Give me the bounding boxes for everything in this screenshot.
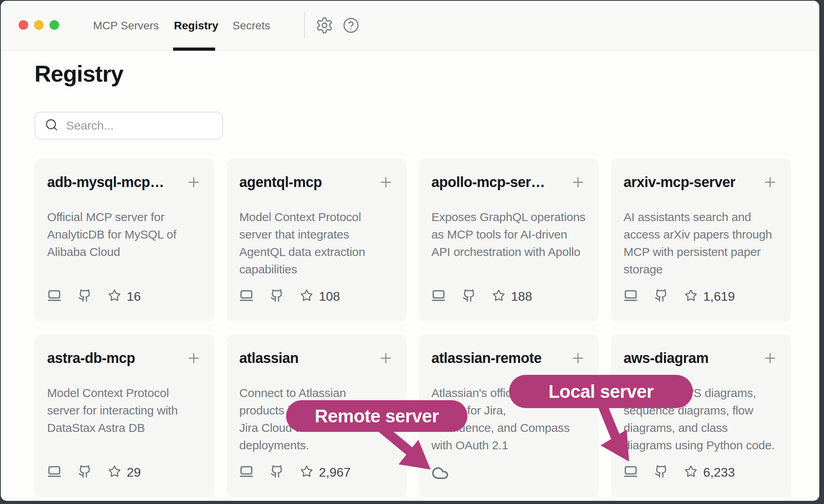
star-count: 16 [127,289,141,304]
cloud-icon [431,476,449,483]
github-icon [270,465,284,480]
add-server-button[interactable] [762,350,778,366]
add-server-button[interactable] [378,174,394,190]
plus-icon [570,174,586,190]
star-count: 29 [127,465,141,480]
settings-button[interactable] [315,16,334,34]
star-count: 6,233 [703,465,735,480]
search-box [34,112,223,139]
plus-icon [378,350,394,366]
star-icon [108,465,121,479]
add-server-button[interactable] [570,350,586,366]
tab-secrets[interactable]: Secrets [233,1,270,51]
server-name: atlassian [239,350,299,367]
server-card-grid: adb-mysql-mcp… Official MCP server forAn… [34,158,791,498]
laptop-icon [431,288,446,304]
github-icon [78,289,92,304]
local-footer: 1,619 [624,288,735,304]
server-name: atlassian-remote [431,350,542,367]
help-circle-icon [343,17,359,34]
card-header: apollo-mcp-ser… [431,172,586,193]
add-server-button[interactable] [762,174,778,190]
star-icon [108,289,121,304]
star-rating: 29 [108,465,141,480]
help-button[interactable] [343,17,359,34]
star-icon [300,289,313,304]
card-header: astra-db-mcp [47,348,202,368]
star-icon [685,289,697,304]
server-card[interactable]: arxiv-mcp-server AI assistants search an… [611,158,791,322]
card-header: arxiv-mcp-server [624,172,778,193]
minimize-window-button[interactable] [34,20,44,30]
tab-registry[interactable]: Registry [174,1,218,51]
star-rating: 1,619 [685,289,735,304]
server-name: adb-mysql-mcp… [47,174,164,191]
server-description: Official MCP server forAnalyticDB for My… [47,208,202,261]
server-card[interactable]: agentql-mcp Model Context Protocolserver… [227,158,406,322]
server-description: AI assistants search andaccess arXiv pap… [624,208,778,278]
add-server-button[interactable] [186,174,202,190]
app-window: MCP Servers Registry Secrets Reg [1,1,819,501]
page-title: Registry [34,60,123,87]
plus-icon [762,174,778,190]
server-name: agentql-mcp [239,174,322,191]
header-divider [304,12,305,38]
laptop-icon [239,464,254,480]
plus-icon [186,350,202,366]
star-count: 2,967 [319,465,351,480]
plus-icon [762,350,778,366]
local-footer: 2,967 [239,464,351,480]
github-icon [654,289,668,304]
star-rating: 188 [492,289,532,304]
card-header: aws-diagram [624,348,778,368]
star-rating: 6,233 [685,465,735,480]
server-name: aws-diagram [624,350,709,367]
close-window-button[interactable] [19,20,28,30]
github-icon [462,289,476,304]
tab-mcp-servers[interactable]: MCP Servers [93,1,159,51]
card-header: atlassian-remote [431,348,586,368]
active-tab-indicator [173,48,215,51]
remote-server-callout: Remote server [286,400,467,432]
local-footer: 6,233 [624,464,735,480]
star-count: 188 [511,289,532,304]
zoom-window-button[interactable] [50,20,59,30]
laptop-icon [47,464,61,480]
card-header: atlassian [239,348,394,368]
titlebar: MCP Servers Registry Secrets [1,1,819,51]
github-icon [78,465,92,480]
laptop-icon [47,288,61,304]
gear-icon [315,16,334,34]
server-card[interactable]: astra-db-mcp Model Context Protocolserve… [34,334,214,498]
card-header: adb-mysql-mcp… [47,172,202,193]
star-count: 1,619 [703,289,735,304]
star-icon [300,465,313,479]
window-controls [19,20,59,30]
server-name: arxiv-mcp-server [624,174,735,191]
laptop-icon [239,288,254,304]
add-server-button[interactable] [378,350,394,366]
star-rating: 16 [108,289,141,304]
local-footer: 29 [47,464,141,480]
star-rating: 108 [300,289,340,304]
server-card[interactable]: adb-mysql-mcp… Official MCP server forAn… [34,158,214,322]
search-input[interactable] [65,118,222,133]
remote-footer [431,464,449,483]
screenshot-root: { "header": { "window_controls": [ {"nam… [0,0,824,504]
local-footer: 108 [239,288,340,304]
github-icon [654,465,668,480]
star-count: 108 [319,289,340,304]
server-card[interactable]: aws-diagram Generate AWS diagrams,sequen… [611,334,791,498]
plus-icon [186,174,202,190]
laptop-icon [624,464,638,480]
server-card[interactable]: apollo-mcp-ser… Exposes GraphQL operatio… [419,158,599,322]
server-name: astra-db-mcp [47,350,135,367]
server-name: apollo-mcp-ser… [431,174,545,191]
plus-icon [570,350,586,366]
server-description: Model Context Protocolserver for interac… [47,384,202,437]
star-rating: 2,967 [300,465,351,480]
search-icon [45,118,58,133]
add-server-button[interactable] [186,350,202,366]
add-server-button[interactable] [570,174,586,190]
laptop-icon [624,288,638,304]
